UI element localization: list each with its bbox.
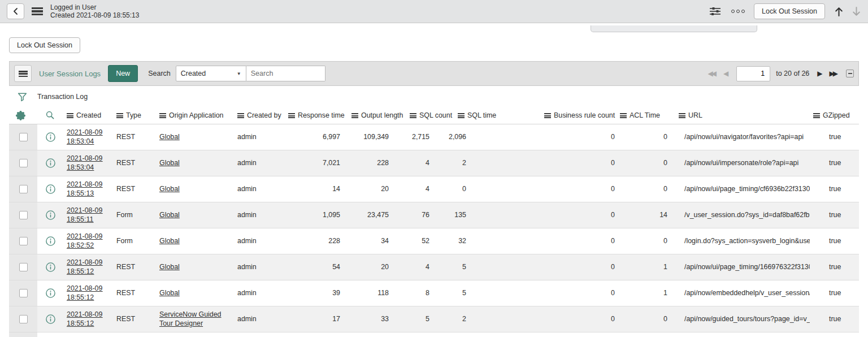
created-time: 18:55:11 [67, 215, 113, 224]
cell-output-length: 20 [348, 254, 397, 280]
origin-application-link[interactable]: Global [159, 263, 180, 271]
info-icon[interactable] [45, 158, 56, 168]
created-link[interactable]: 2021-08-0918:52:52 [67, 232, 113, 250]
created-link[interactable]: 2021-08-0918:53:04 [67, 154, 113, 172]
origin-application-link[interactable]: Global [159, 159, 180, 167]
down-arrow-button[interactable] [852, 6, 861, 17]
created-link[interactable]: 2021-08-0918:55:12 [67, 310, 113, 328]
table-row[interactable]: 2021-08-0918:55:13 REST Global admin 14 … [9, 176, 859, 202]
last-page-button[interactable]: ▶▶ [830, 70, 838, 77]
lock-out-session-button[interactable]: Lock Out Session [754, 3, 825, 19]
cell-output-length: 109,349 [348, 124, 397, 150]
floating-scrollbar[interactable] [591, 25, 757, 32]
table-row[interactable]: 2021-08-0918:53:04 REST Global admin 7,0… [9, 150, 859, 176]
cell-sql-count: 8 [397, 280, 437, 306]
list-title-link[interactable]: User Session Logs [39, 70, 101, 78]
funnel-glyph [17, 92, 28, 102]
cell-created-by: admin [234, 202, 285, 228]
origin-application-link[interactable]: Global [159, 185, 180, 193]
created-link[interactable]: 2021-08-0918:55:12 [67, 258, 113, 276]
row-checkbox[interactable] [19, 185, 28, 193]
column-header-created-by[interactable]: Created by [234, 107, 285, 124]
row-checkbox[interactable] [19, 263, 28, 271]
row-checkbox[interactable] [19, 315, 28, 323]
row-checkbox[interactable] [19, 159, 28, 167]
row-checkbox[interactable] [19, 133, 28, 141]
info-icon[interactable] [45, 314, 56, 325]
info-icon[interactable] [45, 184, 56, 195]
column-header-gzipped[interactable]: GZipped [810, 107, 859, 124]
search-input[interactable] [246, 66, 326, 81]
created-link[interactable]: 2021-08-0918:55:13 [67, 180, 113, 198]
created-link[interactable]: 2021-08-0918:53:04 [67, 128, 113, 146]
table-row[interactable]: 2021-08-0918:55:12 REST ServiceNow Guide… [9, 306, 859, 332]
cell-type: Form [113, 228, 156, 254]
new-button[interactable]: New [108, 65, 138, 82]
list-context-menu-button[interactable] [14, 65, 32, 82]
cell-acl-time: 0 [617, 176, 675, 202]
info-icon[interactable] [45, 210, 56, 221]
personalize-list-button[interactable] [9, 107, 37, 124]
cell-origin-application: Global [156, 228, 234, 254]
created-date: 2021-08-09 [67, 180, 113, 189]
first-page-button[interactable]: ◀◀ [708, 70, 717, 77]
partial-checkbox-column [9, 332, 37, 337]
filter-icon[interactable] [17, 92, 28, 102]
column-header-created[interactable]: Created [63, 107, 113, 124]
created-link[interactable]: 2021-08-0918:55:11 [67, 206, 113, 224]
column-header-type[interactable]: Type [113, 107, 156, 124]
column-header-response-time[interactable]: Response time [285, 107, 348, 124]
cell-gzipped: true [810, 150, 859, 176]
context-menu-icon[interactable] [32, 7, 43, 15]
table-row[interactable]: 2021-08-0918:53:04 REST Global admin 6,9… [9, 124, 859, 150]
column-header-origin-application[interactable]: Origin Application [156, 107, 234, 124]
column-header-output-length[interactable]: Output length [348, 107, 397, 124]
origin-application-link[interactable]: Global [159, 237, 180, 245]
top-bar: Logged in User Created 2021-08-09 18:55:… [0, 0, 868, 23]
info-icon[interactable] [45, 262, 56, 273]
info-icon[interactable] [45, 132, 56, 142]
sort-bars-icon [288, 113, 295, 119]
search-field-select[interactable]: Created ▼ [176, 66, 246, 81]
list-search-button[interactable] [37, 107, 63, 124]
table-row[interactable]: 2021-08-0918:55:12 REST Global admin 54 … [9, 254, 859, 280]
sort-bars-icon [67, 113, 73, 119]
row-info-cell [37, 228, 63, 254]
table-row[interactable]: 2021-08-0918:55:12 REST Global admin 39 … [9, 280, 859, 306]
row-checkbox[interactable] [19, 237, 28, 245]
cell-sql-time: 135 [437, 202, 474, 228]
row-info-cell [37, 150, 63, 176]
row-checkbox[interactable] [19, 289, 28, 297]
cell-sql-time: 5 [437, 254, 474, 280]
column-header-acl-time[interactable]: ACL Time [617, 107, 675, 124]
more-options-icon[interactable] [731, 10, 745, 13]
table-row[interactable]: 2021-08-0918:52:52 Form Global admin 228… [9, 228, 859, 254]
cell-sql-count: 76 [397, 202, 437, 228]
up-arrow-button[interactable] [834, 6, 844, 17]
origin-application-link[interactable]: Global [159, 211, 180, 219]
row-checkbox[interactable] [19, 211, 28, 219]
row-select-cell [9, 306, 37, 332]
column-header-url[interactable]: URL [675, 107, 810, 124]
back-button[interactable] [7, 3, 24, 19]
breadcrumb-transaction-log[interactable]: Transaction Log [37, 93, 88, 101]
settings-sliders-icon[interactable] [709, 6, 721, 16]
origin-application-link[interactable]: Global [159, 133, 180, 141]
origin-application-link[interactable]: ServiceNow Guided Tour Designer [159, 310, 222, 327]
previous-page-button[interactable]: ◀ [723, 70, 728, 77]
cell-created-by: admin [234, 280, 285, 306]
page-input[interactable] [736, 66, 770, 81]
collapse-list-button[interactable] [846, 70, 854, 77]
row-info-cell [37, 202, 63, 228]
record-title-block: Logged in User Created 2021-08-09 18:55:… [50, 3, 139, 19]
info-icon[interactable] [45, 236, 56, 247]
search-icon [37, 110, 63, 120]
created-link[interactable]: 2021-08-0918:55:12 [67, 284, 113, 302]
lock-out-session-button-secondary[interactable]: Lock Out Session [9, 37, 80, 53]
row-select-cell [9, 176, 37, 202]
table-row[interactable]: 2021-08-0918:55:11 Form Global admin 1,0… [9, 202, 859, 228]
origin-application-link[interactable]: Global [159, 289, 180, 297]
info-icon[interactable] [45, 288, 56, 299]
next-page-button[interactable]: ▶ [817, 70, 822, 77]
cell-response-time: 39 [285, 280, 348, 306]
